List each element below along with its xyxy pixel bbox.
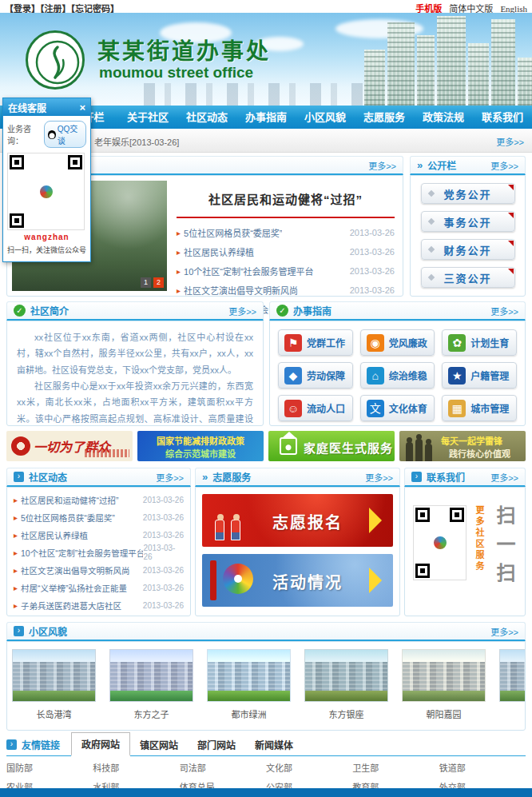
guide-migrant-population-button[interactable]: ☺流动人口 <box>278 395 353 421</box>
nav-item-guide[interactable]: 办事指南 <box>236 106 296 129</box>
pinwheel-stick-graphic <box>210 560 216 600</box>
scenery-photo-card[interactable]: 东方之子 <box>109 649 193 720</box>
arrow-icon: › <box>411 472 422 482</box>
ticker-text[interactable]: 老年娱乐[2013-03-26] <box>94 135 179 148</box>
dynamics-item-link[interactable]: 10个社区“定制”社会服务管理平台 <box>21 547 143 559</box>
check-icon: ✓ <box>276 305 288 317</box>
party-flag-icon: ⚑ <box>284 334 302 352</box>
guide-family-planning-button[interactable]: ✿计划生育 <box>442 329 517 356</box>
banner-family-doctor[interactable]: 家庭医生式服务 <box>268 431 395 461</box>
dynamics-item-link[interactable]: 5位社区网格员获“委屈奖” <box>21 512 115 524</box>
pager-1-button[interactable]: 1 <box>141 277 151 288</box>
footer-link[interactable]: 卫生部 <box>352 761 439 774</box>
estate-photo <box>402 649 486 702</box>
nav-item-contact[interactable]: 联系我们 <box>473 106 532 129</box>
banner-energy-policy[interactable]: 国家节能减排财政政策 综合示范城市建设 <box>137 431 264 461</box>
guide-household-registry-button[interactable]: ★户籍管理 <box>442 362 517 389</box>
news-more-link[interactable]: 更多>> <box>368 159 396 172</box>
dynamics-more-link[interactable]: 更多>> <box>156 471 184 484</box>
dynamics-item-link[interactable]: 社区居民和运动健将“过招” <box>21 494 119 506</box>
qr-logo-icon <box>38 184 54 200</box>
close-icon[interactable]: × <box>79 102 85 114</box>
activity-status-banner[interactable]: 活动情况 <box>202 554 393 607</box>
news-headline-link[interactable]: 社区居民和运动健将“过招” <box>177 190 395 207</box>
scenery-photo-card[interactable]: 东方银座 <box>304 649 388 720</box>
banner-learn-leifeng[interactable]: 每天一起学雷锋 践行核心价值观 <box>399 431 526 461</box>
dynamics-item: ▸社区居民认养绿植2013-03-26 <box>14 526 184 544</box>
volunteer-section-header: » 志愿服务 更多>> <box>195 468 400 487</box>
page: 【登录】【注册】【忘记密码】 手机版 简体中文版 English 某某街道办事处… <box>0 0 532 797</box>
dynamics-item-link[interactable]: 村居“义举榜”弘扬社会正能量 <box>21 582 127 594</box>
assets-affairs-button[interactable]: 三资公开 <box>421 267 515 288</box>
soldier-silhouette-icon <box>425 444 432 461</box>
volunteer-box: 志愿报名 活动情况 <box>195 487 400 616</box>
dynamics-item: ▸10个社区“定制”社会服务管理平台2013-03-26 <box>14 544 184 561</box>
qq-chat-button[interactable]: QQ交谈 <box>44 121 86 148</box>
footer-link[interactable]: 文化部 <box>266 761 352 774</box>
scenery-title: 小区风貌 <box>29 624 67 638</box>
scenery-photo-card[interactable]: 长岛港湾 <box>12 649 96 720</box>
footer-link[interactable]: 科技部 <box>93 761 179 774</box>
nav-item-volunteer[interactable]: 志愿服务 <box>355 106 414 129</box>
scenery-photo-card[interactable]: 都市绿洲 <box>207 649 291 720</box>
integrity-icon: ◉ <box>367 334 384 352</box>
guide-section-header: ✓ 办事指南 更多>> <box>269 301 526 321</box>
guide-more-link[interactable]: 更多>> <box>490 305 518 317</box>
tab-government-sites[interactable]: 政府网站 <box>71 732 130 756</box>
scenery-photo-card[interactable] <box>499 649 525 720</box>
dynamics-item-link[interactable]: 社区文艺演出倡导文明新风尚 <box>21 564 130 576</box>
news-item-link[interactable]: 10个社区“定制”社会服务管理平台 <box>184 265 314 277</box>
intro-title: 社区简介 <box>30 304 69 317</box>
nav-item-dynamics[interactable]: 社区动态 <box>177 106 236 129</box>
guide-culture-sports-button[interactable]: 文文化体育 <box>360 395 435 421</box>
nav-item-policy[interactable]: 政策法规 <box>414 106 473 129</box>
slideshow-pager: 1 2 <box>141 277 164 288</box>
wechat-qr-code <box>7 153 85 230</box>
nav-item-about[interactable]: 关于社区 <box>118 106 177 129</box>
tab-news-media[interactable]: 新闻媒体 <box>245 734 303 755</box>
contact-qr-code <box>413 505 466 580</box>
openboard-box: 党务公开 事务公开 财务公开 三资公开 <box>410 175 526 297</box>
guide-title: 办事指南 <box>293 304 332 317</box>
guide-party-integrity-button[interactable]: ◉党风廉政 <box>360 329 435 356</box>
intro-paragraph: xx社区位于xx东南，省道xx两侧，社区中心村设在xx村，辖xx个自然村，服务半… <box>17 329 253 378</box>
site-subtitle: moumou street office <box>99 64 253 82</box>
dynamics-item: ▸5位社区网格员获“委屈奖”2013-03-26 <box>14 508 184 526</box>
news-list-item: ▸ 社区文艺演出倡导文明新风尚 2013-03-26 <box>177 281 395 300</box>
site-logo-icon <box>26 30 85 90</box>
ticker-more-link[interactable]: 更多>> <box>496 135 524 148</box>
openboard-more-link[interactable]: 更多>> <box>490 159 518 172</box>
volunteer-signup-banner[interactable]: 志愿报名 <box>202 494 393 547</box>
chevron-right-icon <box>369 568 382 593</box>
friendly-links-title: 友情链接 <box>22 738 60 751</box>
contact-more-link[interactable]: 更多>> <box>490 471 518 484</box>
footer-link[interactable]: 司法部 <box>180 761 266 774</box>
community-affairs-button[interactable]: 事务公开 <box>421 211 515 232</box>
footer-link[interactable]: 国防部 <box>6 761 93 774</box>
dynamics-item-link[interactable]: 社区居民认养绿植 <box>21 529 88 541</box>
banner-for-the-people[interactable]: 一切为了群众 <box>6 431 133 461</box>
tab-town-sites[interactable]: 镇区网站 <box>130 734 188 755</box>
news-item-link[interactable]: 5位社区网格员获“委屈奖” <box>184 226 282 239</box>
guide-city-management-button[interactable]: ▦城市管理 <box>442 395 517 421</box>
news-item-link[interactable]: 社区居民认养绿植 <box>184 245 254 258</box>
ad-banner-row: 一切为了群众 国家节能减排财政政策 综合示范城市建设 家庭医生式服务 每天一起学… <box>6 431 526 461</box>
party-affairs-button[interactable]: 党务公开 <box>421 183 515 204</box>
police-badge-icon: ★ <box>448 367 466 385</box>
guide-labor-security-button[interactable]: ◆劳动保障 <box>278 362 353 389</box>
guide-stability-button[interactable]: ⌂综治维稳 <box>360 362 435 389</box>
news-item-link[interactable]: 社区文艺演出倡导文明新风尚 <box>184 284 298 297</box>
finance-affairs-button[interactable]: 财务公开 <box>421 239 515 260</box>
guide-party-work-button[interactable]: ⚑党群工作 <box>278 329 353 356</box>
scenery-photo-card[interactable]: 朝阳嘉园 <box>402 649 486 720</box>
nav-item-scenery[interactable]: 小区风貌 <box>296 106 355 129</box>
tab-department-sites[interactable]: 部门网站 <box>188 734 245 755</box>
pager-2-button[interactable]: 2 <box>153 277 164 288</box>
intro-more-link[interactable]: 更多>> <box>228 305 256 317</box>
dynamics-item-link[interactable]: 子弟兵送医药进葛大店社区 <box>21 600 121 612</box>
site-title: 某某街道办事处 <box>97 34 271 66</box>
dynamics-item: ▸社区文艺演出倡导文明新风尚2013-03-26 <box>14 561 184 579</box>
volunteer-more-link[interactable]: 更多>> <box>365 471 393 484</box>
scenery-more-link[interactable]: 更多>> <box>490 625 518 638</box>
footer-link[interactable]: 铁道部 <box>439 761 526 774</box>
